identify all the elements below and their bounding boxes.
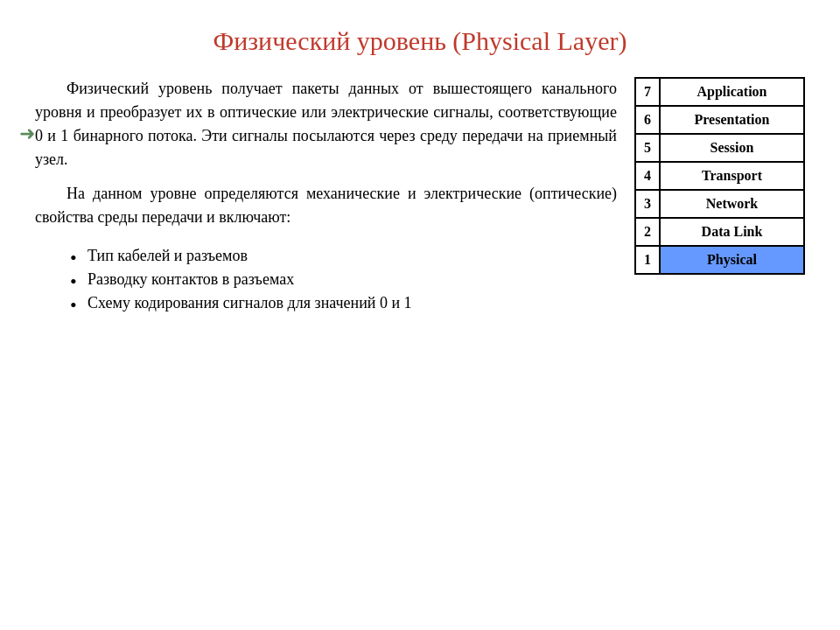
layer-number: 2: [635, 218, 660, 246]
osi-model-table: 7 Application 6 Presentation 5 Session 4…: [634, 77, 805, 275]
osi-layer-row-physical: 1 Physical: [635, 246, 804, 274]
osi-layer-row: 3 Network: [635, 190, 804, 218]
paragraph-2: На данном уровне определяются механическ…: [35, 182, 617, 229]
layer-number: 7: [635, 78, 660, 106]
page-title: Физический уровень (Physical Layer): [35, 26, 805, 56]
layer-number: 5: [635, 134, 660, 162]
layer-name: Network: [660, 190, 804, 218]
layer-name: Presentation: [660, 106, 804, 134]
layer-number: 6: [635, 106, 660, 134]
osi-layer-row: 7 Application: [635, 78, 804, 106]
list-item: Тип кабелей и разъемов: [70, 247, 617, 265]
layer-name: Session: [660, 134, 804, 162]
layer-name: Data Link: [660, 218, 804, 246]
osi-layer-row: 4 Transport: [635, 162, 804, 190]
osi-layer-row: 2 Data Link: [635, 218, 804, 246]
paragraph-1: Физический уровень получает пакеты данны…: [35, 77, 617, 172]
osi-layer-row: 6 Presentation: [635, 106, 804, 134]
layer-name-physical: Physical: [660, 246, 804, 274]
bullet-list: Тип кабелей и разъемов Разводку контакто…: [35, 247, 617, 312]
list-item: Разводку контактов в разъемах: [70, 270, 617, 289]
layer-number: 3: [635, 190, 660, 218]
layer-name: Transport: [660, 162, 804, 190]
osi-layer-row: 5 Session: [635, 134, 804, 162]
layer-number: 4: [635, 162, 660, 190]
arrow-indicator: ➜: [19, 122, 35, 145]
layer-name: Application: [660, 78, 804, 106]
list-item: Схему кодирования сигналов для значений …: [70, 294, 617, 312]
layer-number: 1: [635, 246, 660, 274]
